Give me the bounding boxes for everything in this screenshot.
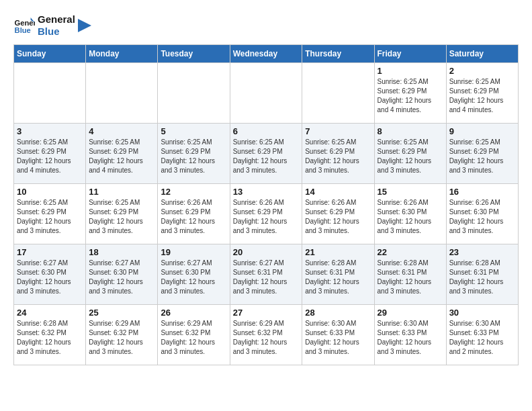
day-number: 26 (161, 308, 226, 318)
logo-blue: Blue (38, 26, 75, 38)
day-number: 18 (89, 247, 154, 257)
logo: General Blue General Blue (13, 13, 91, 38)
calendar-week-row: 3Sunrise: 6:25 AM Sunset: 6:29 PM Daylig… (14, 124, 519, 184)
day-info: Sunrise: 6:26 AM Sunset: 6:29 PM Dayligh… (161, 198, 226, 236)
day-number: 5 (161, 126, 226, 136)
calendar-cell: 10Sunrise: 6:25 AM Sunset: 6:29 PM Dayli… (14, 184, 86, 244)
day-info: Sunrise: 6:26 AM Sunset: 6:29 PM Dayligh… (233, 198, 300, 236)
calendar-cell (86, 63, 158, 124)
day-info: Sunrise: 6:26 AM Sunset: 6:30 PM Dayligh… (449, 198, 515, 236)
calendar-week-row: 10Sunrise: 6:25 AM Sunset: 6:29 PM Dayli… (14, 184, 519, 244)
day-number: 2 (449, 66, 515, 76)
day-info: Sunrise: 6:29 AM Sunset: 6:32 PM Dayligh… (89, 319, 154, 357)
day-info: Sunrise: 6:29 AM Sunset: 6:32 PM Dayligh… (161, 319, 226, 357)
calendar-cell (158, 63, 230, 124)
svg-text:Blue: Blue (15, 26, 31, 34)
calendar-cell: 15Sunrise: 6:26 AM Sunset: 6:30 PM Dayli… (374, 184, 446, 244)
calendar-header-monday: Monday (86, 45, 158, 63)
day-info: Sunrise: 6:28 AM Sunset: 6:31 PM Dayligh… (378, 259, 443, 296)
day-number: 20 (233, 247, 300, 257)
day-number: 1 (378, 66, 443, 76)
day-info: Sunrise: 6:27 AM Sunset: 6:30 PM Dayligh… (17, 259, 83, 296)
day-info: Sunrise: 6:26 AM Sunset: 6:30 PM Dayligh… (378, 198, 443, 236)
calendar-cell (14, 63, 86, 124)
day-info: Sunrise: 6:27 AM Sunset: 6:30 PM Dayligh… (89, 259, 154, 296)
calendar-cell: 26Sunrise: 6:29 AM Sunset: 6:32 PM Dayli… (158, 305, 230, 365)
day-number: 19 (161, 247, 226, 257)
day-number: 27 (233, 308, 300, 318)
day-number: 13 (233, 187, 300, 197)
calendar-header-friday: Friday (374, 45, 446, 63)
day-info: Sunrise: 6:27 AM Sunset: 6:30 PM Dayligh… (161, 259, 226, 296)
logo-general: General (38, 13, 75, 26)
day-info: Sunrise: 6:25 AM Sunset: 6:29 PM Dayligh… (305, 138, 371, 175)
day-number: 11 (89, 187, 154, 197)
day-info: Sunrise: 6:30 AM Sunset: 6:33 PM Dayligh… (378, 319, 443, 357)
calendar-table: SundayMondayTuesdayWednesdayThursdayFrid… (13, 44, 519, 365)
calendar-cell: 6Sunrise: 6:25 AM Sunset: 6:29 PM Daylig… (230, 124, 302, 184)
day-info: Sunrise: 6:30 AM Sunset: 6:33 PM Dayligh… (305, 319, 371, 357)
calendar-cell: 29Sunrise: 6:30 AM Sunset: 6:33 PM Dayli… (374, 305, 446, 365)
day-number: 28 (305, 308, 371, 318)
calendar-cell: 11Sunrise: 6:25 AM Sunset: 6:29 PM Dayli… (86, 184, 158, 244)
calendar-cell: 23Sunrise: 6:28 AM Sunset: 6:31 PM Dayli… (446, 244, 518, 305)
calendar-header-saturday: Saturday (446, 45, 518, 63)
day-number: 7 (305, 126, 371, 136)
day-number: 6 (233, 126, 300, 136)
calendar-cell: 24Sunrise: 6:28 AM Sunset: 6:32 PM Dayli… (14, 305, 86, 365)
calendar-cell: 28Sunrise: 6:30 AM Sunset: 6:33 PM Dayli… (302, 305, 374, 365)
calendar-cell: 5Sunrise: 6:25 AM Sunset: 6:29 PM Daylig… (158, 124, 230, 184)
day-info: Sunrise: 6:26 AM Sunset: 6:29 PM Dayligh… (305, 198, 371, 236)
calendar-cell: 30Sunrise: 6:30 AM Sunset: 6:33 PM Dayli… (446, 305, 518, 365)
day-info: Sunrise: 6:25 AM Sunset: 6:29 PM Dayligh… (233, 138, 300, 175)
day-number: 10 (17, 187, 83, 197)
calendar-cell: 9Sunrise: 6:25 AM Sunset: 6:29 PM Daylig… (446, 124, 518, 184)
calendar-cell: 22Sunrise: 6:28 AM Sunset: 6:31 PM Dayli… (374, 244, 446, 305)
day-number: 21 (305, 247, 371, 257)
day-info: Sunrise: 6:30 AM Sunset: 6:33 PM Dayligh… (449, 319, 515, 357)
svg-marker-3 (78, 19, 91, 32)
day-number: 8 (378, 126, 443, 136)
calendar-header-row: SundayMondayTuesdayWednesdayThursdayFrid… (14, 45, 519, 63)
calendar-cell: 2Sunrise: 6:25 AM Sunset: 6:29 PM Daylig… (446, 63, 518, 124)
calendar-cell: 27Sunrise: 6:29 AM Sunset: 6:32 PM Dayli… (230, 305, 302, 365)
calendar-week-row: 1Sunrise: 6:25 AM Sunset: 6:29 PM Daylig… (14, 63, 519, 124)
day-number: 4 (89, 126, 154, 136)
calendar-week-row: 24Sunrise: 6:28 AM Sunset: 6:32 PM Dayli… (14, 305, 519, 365)
logo-icon: General Blue (13, 15, 35, 36)
day-info: Sunrise: 6:25 AM Sunset: 6:29 PM Dayligh… (378, 138, 443, 175)
logo-arrow-icon (78, 19, 91, 32)
calendar-cell: 17Sunrise: 6:27 AM Sunset: 6:30 PM Dayli… (14, 244, 86, 305)
calendar-cell: 12Sunrise: 6:26 AM Sunset: 6:29 PM Dayli… (158, 184, 230, 244)
day-info: Sunrise: 6:25 AM Sunset: 6:29 PM Dayligh… (89, 138, 154, 175)
day-info: Sunrise: 6:25 AM Sunset: 6:29 PM Dayligh… (449, 77, 515, 115)
calendar-cell: 20Sunrise: 6:27 AM Sunset: 6:31 PM Dayli… (230, 244, 302, 305)
calendar-cell: 13Sunrise: 6:26 AM Sunset: 6:29 PM Dayli… (230, 184, 302, 244)
day-info: Sunrise: 6:29 AM Sunset: 6:32 PM Dayligh… (233, 319, 300, 357)
day-info: Sunrise: 6:28 AM Sunset: 6:31 PM Dayligh… (305, 259, 371, 296)
day-info: Sunrise: 6:28 AM Sunset: 6:31 PM Dayligh… (449, 259, 515, 296)
calendar-header-wednesday: Wednesday (230, 45, 302, 63)
day-info: Sunrise: 6:25 AM Sunset: 6:29 PM Dayligh… (17, 198, 83, 236)
day-number: 24 (17, 308, 83, 318)
calendar-cell: 8Sunrise: 6:25 AM Sunset: 6:29 PM Daylig… (374, 124, 446, 184)
day-info: Sunrise: 6:25 AM Sunset: 6:29 PM Dayligh… (89, 198, 154, 236)
day-number: 16 (449, 187, 515, 197)
day-number: 12 (161, 187, 226, 197)
calendar-cell: 7Sunrise: 6:25 AM Sunset: 6:29 PM Daylig… (302, 124, 374, 184)
calendar-cell: 4Sunrise: 6:25 AM Sunset: 6:29 PM Daylig… (86, 124, 158, 184)
calendar-cell: 1Sunrise: 6:25 AM Sunset: 6:29 PM Daylig… (374, 63, 446, 124)
calendar-header-tuesday: Tuesday (158, 45, 230, 63)
calendar-header-thursday: Thursday (302, 45, 374, 63)
calendar-cell: 19Sunrise: 6:27 AM Sunset: 6:30 PM Dayli… (158, 244, 230, 305)
day-number: 14 (305, 187, 371, 197)
day-number: 30 (449, 308, 515, 318)
calendar-cell: 18Sunrise: 6:27 AM Sunset: 6:30 PM Dayli… (86, 244, 158, 305)
page-header: General Blue General Blue (13, 13, 519, 38)
calendar-cell: 14Sunrise: 6:26 AM Sunset: 6:29 PM Dayli… (302, 184, 374, 244)
day-number: 3 (17, 126, 83, 136)
day-info: Sunrise: 6:27 AM Sunset: 6:31 PM Dayligh… (233, 259, 300, 296)
day-number: 17 (17, 247, 83, 257)
calendar-cell: 16Sunrise: 6:26 AM Sunset: 6:30 PM Dayli… (446, 184, 518, 244)
day-number: 25 (89, 308, 154, 318)
